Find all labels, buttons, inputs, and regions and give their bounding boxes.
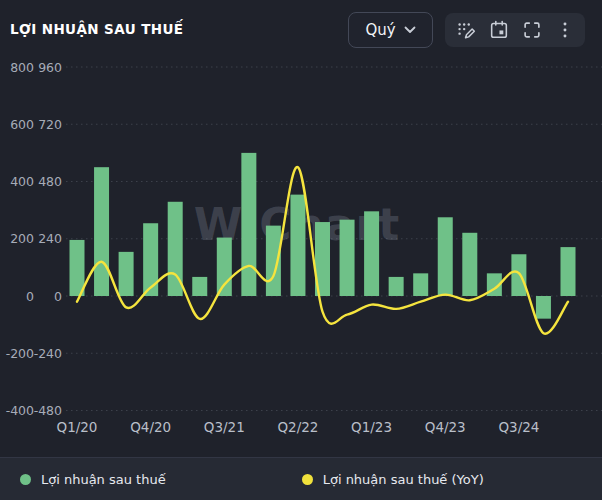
x-axis-label: Q1/23 [351,419,392,435]
x-axis-label: Q4/23 [425,419,466,435]
bar-Q1/24 [462,233,477,296]
period-dropdown[interactable]: Quý [348,12,433,48]
svg-text:600: 600 [10,117,34,132]
bar-Q3/20 [119,252,134,296]
svg-text:400: 400 [10,174,34,189]
svg-text:0: 0 [26,289,34,304]
chart-header: LỢI NHUẬN SAU THUẾ Quý [0,0,602,55]
svg-text:240: 240 [38,231,62,246]
edit-data-icon [455,19,477,41]
chart-plot-area[interactable]: 80096060072040048020024000-200-240-400-4… [0,55,602,445]
bar-Q1/25 [561,247,576,296]
svg-text:800: 800 [10,60,34,75]
fullscreen-icon [521,19,543,41]
legend-dot-yellow [302,474,313,485]
chart-toolbar [445,13,585,47]
svg-text:480: 480 [38,174,62,189]
x-axis-label: Q2/22 [277,419,318,435]
svg-text:-480: -480 [34,403,62,418]
bar-Q4/21 [241,153,256,296]
bar-Q3/24 [511,254,526,296]
x-axis-label: Q4/20 [130,419,171,435]
bar-Q2/20 [94,167,109,296]
svg-text:200: 200 [10,231,34,246]
bar-Q2/23 [389,277,404,296]
legend-item-profit[interactable]: Lợi nhuận sau thuế [20,472,166,487]
legend-label: Lợi nhuận sau thuế [41,472,166,487]
legend-dot-green [20,474,31,485]
bar-Q4/24 [536,296,551,319]
svg-text:-400: -400 [6,403,34,418]
chart-legend: Lợi nhuận sau thuế Lợi nhuận sau thuế (Y… [0,457,602,500]
bar-Q3/23 [413,273,428,296]
svg-text:-200: -200 [6,346,34,361]
bar-Q4/22 [340,220,355,296]
svg-text:0: 0 [54,289,62,304]
profit-chart-widget: LỢI NHUẬN SAU THUẾ Quý [0,0,602,500]
svg-text:720: 720 [38,117,62,132]
period-dropdown-value: Quý [365,21,395,39]
bar-Q4/23 [438,217,453,296]
x-axis-label: Q3/21 [204,419,245,435]
legend-label: Lợi nhuận sau thuế (YoY) [323,472,484,487]
bar-Q1/20 [70,240,85,296]
calendar-button[interactable] [486,17,512,43]
svg-text:-240: -240 [34,346,62,361]
bar-Q4/20 [143,223,158,296]
bar-Q1/23 [364,211,379,296]
calendar-icon [488,19,510,41]
x-axis-label: Q1/20 [57,419,98,435]
bar-Q3/21 [217,238,232,296]
bar-Q2/21 [192,277,207,296]
chart-title: LỢI NHUẬN SAU THUẾ [10,21,183,37]
more-options-icon [554,19,576,41]
fullscreen-button[interactable] [519,17,545,43]
edit-data-button[interactable] [453,17,479,43]
legend-item-profit-yoy[interactable]: Lợi nhuận sau thuế (YoY) [302,472,484,487]
chevron-down-icon [404,26,416,34]
more-options-button[interactable] [552,17,578,43]
x-axis-label: Q3/24 [498,419,539,435]
bar-Q2/22 [290,195,305,296]
svg-text:960: 960 [38,60,62,75]
